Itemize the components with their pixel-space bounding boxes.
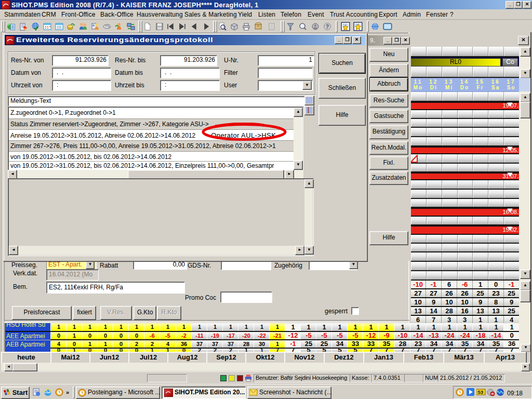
svg-text:?: ? [326,24,329,30]
svg-text:S3: S3 [477,390,483,395]
